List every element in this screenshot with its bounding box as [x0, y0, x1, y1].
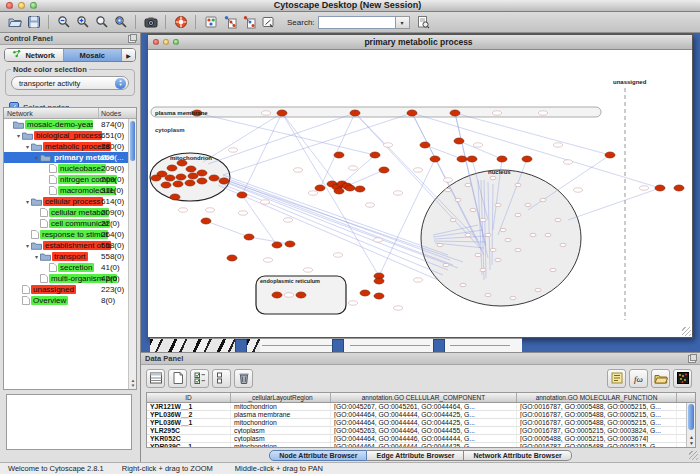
nucleus-node[interactable] [495, 203, 501, 206]
nucleus-node[interactable] [450, 218, 456, 221]
birds-eye-view[interactable] [6, 394, 132, 450]
expand-toggle-icon[interactable]: ▾ [33, 154, 40, 161]
network-edge[interactable] [342, 155, 375, 184]
tree-row[interactable]: ▾transport558(0) [4, 251, 128, 262]
table-scrollbar-arrows[interactable]: ▲▼ [687, 434, 696, 446]
network-node[interactable] [454, 138, 464, 144]
network-node[interactable] [219, 178, 229, 184]
network-node[interactable] [244, 234, 254, 240]
tree-row[interactable]: secretion41(0) [4, 262, 128, 273]
network-node[interactable] [176, 174, 186, 180]
tree-row[interactable]: mosaic-demo-yeast874(0) [4, 119, 128, 130]
nucleus-node[interactable] [515, 248, 521, 251]
network-node[interactable] [497, 156, 507, 162]
tree-row[interactable]: response to stimulu264(0) [4, 229, 128, 240]
tree-scrollbar-thumb[interactable] [130, 121, 135, 161]
network-node[interactable] [334, 188, 344, 194]
network-edge[interactable] [282, 113, 379, 276]
nucleus-node[interactable] [480, 268, 486, 271]
tree-scrollbar[interactable]: ▲▼ [128, 119, 136, 389]
tree-row[interactable]: unassigned223(0) [4, 284, 128, 295]
tree-scrollbar-arrows[interactable]: ▲▼ [129, 378, 137, 388]
tree-row[interactable]: ▾biological_process651(0) [4, 130, 128, 141]
nucleus-node[interactable] [525, 203, 531, 206]
nucleus-node[interactable] [485, 293, 491, 296]
tree-row[interactable]: Overview8(0) [4, 295, 128, 306]
tree-row[interactable]: multi-organism pro42(0) [4, 273, 128, 284]
network-node[interactable] [272, 292, 282, 298]
network-node[interactable] [605, 152, 615, 158]
tree-row[interactable]: macromolecule311(0) [4, 185, 128, 196]
tree-column-network[interactable]: Network [4, 108, 99, 118]
table-row[interactable]: YPL036W__2plasma membrane[GO:0044464, GO… [147, 411, 695, 419]
network-node[interactable] [209, 175, 219, 181]
network-node[interactable] [655, 185, 665, 191]
nucleus-node[interactable] [445, 188, 451, 191]
nucleus-node[interactable] [485, 233, 491, 236]
search-input[interactable] [318, 16, 396, 29]
nucleus-node[interactable] [455, 198, 461, 201]
network-node[interactable] [457, 156, 467, 162]
network-node[interactable] [227, 255, 237, 261]
node-color-select[interactable]: transporter activity ▲▼ [11, 76, 129, 90]
nucleus-node[interactable] [490, 248, 496, 251]
network-node[interactable] [334, 152, 344, 158]
tree-row[interactable]: nucleobase-209(0) [4, 163, 128, 174]
nucleus-node[interactable] [530, 233, 536, 236]
expand-toggle-icon[interactable]: ▾ [24, 143, 31, 150]
nucleus-node[interactable] [515, 183, 521, 186]
tab-network[interactable]: Network [5, 49, 64, 61]
network-node[interactable] [167, 165, 177, 171]
expand-toggle-icon[interactable]: ▾ [33, 253, 40, 260]
nucleus-node[interactable] [470, 208, 476, 211]
create-attribute-icon[interactable] [168, 369, 187, 388]
search-dropdown-button[interactable]: ▾ [396, 16, 410, 29]
network-node[interactable] [360, 290, 370, 296]
network-node[interactable] [197, 170, 207, 176]
save-icon[interactable] [24, 13, 43, 31]
network-node[interactable] [186, 166, 196, 172]
nucleus-node[interactable] [540, 198, 546, 201]
table-column-header[interactable]: annotation.GO CELLULAR_COMPONENT [331, 393, 517, 402]
network-node[interactable] [170, 194, 180, 200]
tree-row[interactable]: cell communicat22(0) [4, 218, 128, 229]
nucleus-node[interactable] [560, 243, 566, 246]
tree-row[interactable]: cellular metabol209(0) [4, 207, 128, 218]
nucleus-node[interactable] [475, 253, 481, 256]
tree-row[interactable]: nitrogen compo209(0) [4, 174, 128, 185]
network-node[interactable] [355, 186, 365, 192]
table-row[interactable]: YJR121W__1mitochondrion[GO:0045267, GO:0… [147, 403, 695, 411]
expand-toggle-icon[interactable]: ▾ [15, 132, 22, 139]
network-node[interactable] [345, 185, 355, 191]
tab-edge-attribute-browser[interactable]: Edge Attribute Browser [367, 450, 464, 461]
network-node[interactable] [350, 110, 360, 116]
network-node[interactable] [188, 173, 198, 179]
check-attributes-icon[interactable] [190, 369, 209, 388]
import-attributes-icon[interactable] [651, 369, 670, 388]
network-node[interactable] [467, 156, 477, 162]
nucleus-node[interactable] [550, 268, 556, 271]
search-options-icon[interactable] [414, 13, 433, 31]
matrix-view-icon[interactable] [673, 369, 692, 388]
tree-row[interactable]: ▾establishment of lo558(0) [4, 240, 128, 251]
nucleus-node[interactable] [500, 228, 506, 231]
table-row[interactable]: YKR052Ccytoplasm[GO:0044464, GO:0044446,… [147, 435, 695, 443]
annotation-icon[interactable] [258, 13, 277, 31]
table-row[interactable]: YPL036W__1mitochondrion[GO:0044464, GO:0… [147, 419, 695, 427]
uncheck-attributes-icon[interactable] [212, 369, 231, 388]
table-scrollbar[interactable]: ▲▼ [686, 403, 695, 447]
zoom-in-icon[interactable] [73, 13, 92, 31]
zoom-fit-icon[interactable] [92, 13, 111, 31]
float-data-panel-icon[interactable] [688, 355, 696, 363]
network-node[interactable] [420, 142, 430, 148]
network-node[interactable] [161, 182, 171, 188]
network-view-window[interactable]: primary metabolic process plasma membran… [147, 34, 693, 338]
network-node[interactable] [197, 178, 207, 184]
destroy-network-view-icon[interactable] [239, 13, 258, 31]
network-window-titlebar[interactable]: primary metabolic process [148, 35, 692, 50]
select-attributes-icon[interactable] [146, 369, 165, 388]
network-node[interactable] [201, 218, 211, 224]
tree-row[interactable]: ▾metabolic process280(0) [4, 141, 128, 152]
network-node[interactable] [674, 185, 684, 191]
network-canvas[interactable]: plasma membranecytoplasmmitochondrionnuc… [148, 50, 692, 337]
